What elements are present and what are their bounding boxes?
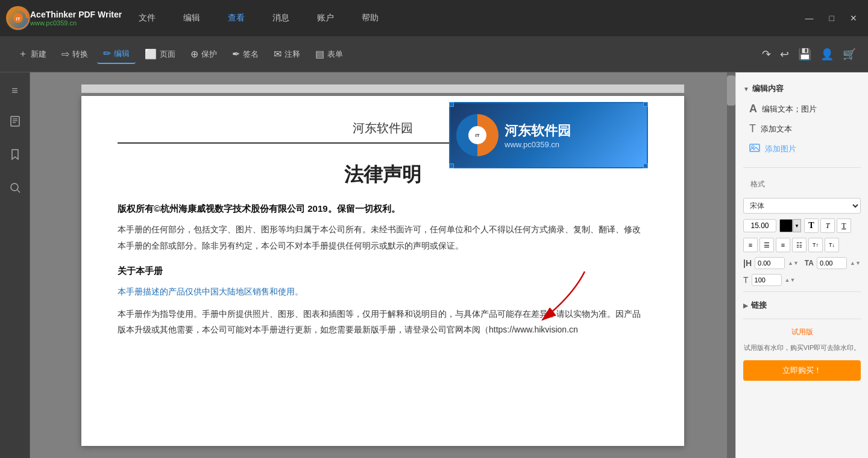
menu-help[interactable]: 帮助 bbox=[357, 10, 383, 26]
color-dropdown[interactable]: ▼ bbox=[793, 219, 801, 232]
trial-notice: 试用版 bbox=[736, 322, 868, 342]
main-content: ≡ bbox=[0, 72, 868, 458]
add-image-label: 添加图片 bbox=[765, 144, 796, 154]
font-size-row: ▼ T T T bbox=[736, 216, 868, 235]
app-logo: IT AceThinker PDF Writer www.pc0359.cn bbox=[6, 6, 122, 30]
font-family-row: 宋体 黑体 微软雅黑 bbox=[736, 196, 868, 216]
menu-file[interactable]: 文件 bbox=[134, 10, 160, 26]
font-family-select[interactable]: 宋体 黑体 微软雅黑 bbox=[743, 198, 861, 214]
add-text-btn[interactable]: T 添加文本 bbox=[743, 119, 861, 139]
pdf-header: 河东软件园 IT 河东软件园 www.pc0359.cn bbox=[118, 120, 648, 144]
edit-button[interactable]: ✏ 编辑 bbox=[97, 44, 136, 64]
edit-text-image-btn[interactable]: A 编辑文本；图片 bbox=[743, 99, 861, 119]
link-collapse-arrow[interactable]: ▶ bbox=[743, 302, 748, 309]
svg-point-11 bbox=[752, 145, 754, 148]
close-button[interactable]: ✕ bbox=[845, 12, 862, 24]
undo-button[interactable]: ↩ bbox=[780, 48, 789, 61]
align-right-btn[interactable]: ≡ bbox=[776, 238, 790, 252]
toolbar-right: ↷ ↩ 💾 👤 🛒 bbox=[762, 48, 856, 61]
svg-line-8 bbox=[17, 190, 20, 192]
account-button[interactable]: 👤 bbox=[820, 48, 834, 61]
pdf-section1-title: 版权所有©杭州海康威视数字技术股份有限公司 2019。保留一切权利。 bbox=[118, 200, 648, 217]
pdf-section2-text1: 本手册描述的产品仅供中国大陆地区销售和使用。 bbox=[118, 284, 648, 300]
edit-icon: ✏ bbox=[103, 48, 111, 59]
menu-edit[interactable]: 编辑 bbox=[178, 10, 205, 26]
minimize-button[interactable]: — bbox=[800, 12, 819, 24]
add-image-icon bbox=[749, 142, 760, 156]
h-spacing-input[interactable] bbox=[755, 257, 785, 269]
app-name: AceThinker PDF Writer bbox=[30, 10, 122, 19]
new-button[interactable]: ＋ 新建 bbox=[12, 44, 52, 64]
ta-spacing-input[interactable] bbox=[817, 257, 847, 269]
svg-point-7 bbox=[11, 183, 18, 191]
sidebar-search-icon[interactable] bbox=[6, 179, 24, 200]
h-spacing-arrows: ▲▼ bbox=[788, 260, 799, 266]
annotate-icon: ✉ bbox=[274, 48, 281, 60]
link-section: ▶ 链接 bbox=[736, 295, 868, 316]
italic-style-btn[interactable]: T bbox=[820, 218, 835, 233]
annotate-button[interactable]: ✉ 注释 bbox=[268, 45, 306, 63]
align-justify-btn[interactable]: ☷ bbox=[792, 238, 807, 252]
trial-description: 试用版有水印，购买VIP即可去除水印。 bbox=[736, 342, 868, 357]
menu-view[interactable]: 查看 bbox=[223, 10, 250, 26]
color-picker-group: ▼ bbox=[779, 219, 801, 232]
add-image-btn[interactable]: 添加图片 bbox=[743, 139, 861, 159]
sidebar-thumbnail-icon[interactable]: ≡ bbox=[8, 81, 21, 100]
color-box[interactable] bbox=[779, 219, 793, 232]
subscript-btn[interactable]: T↓ bbox=[825, 238, 839, 252]
right-panel: ▼ 编辑内容 A 编辑文本；图片 T 添加文本 添加图片 bbox=[735, 72, 868, 458]
buy-button[interactable]: 立即购买！ bbox=[743, 360, 861, 381]
svg-rect-3 bbox=[11, 116, 19, 126]
edit-text-image-label: 编辑文本；图片 bbox=[762, 104, 817, 115]
page-button[interactable]: ⬜ 页面 bbox=[139, 45, 181, 63]
add-text-label: 添加文本 bbox=[761, 124, 792, 135]
bold-style-btn[interactable]: T bbox=[804, 218, 819, 233]
sign-icon: ✒ bbox=[232, 48, 240, 60]
text-image-icon: A bbox=[749, 103, 757, 115]
pdf-section2-title: 关于本手册 bbox=[118, 262, 648, 279]
title-bar: IT AceThinker PDF Writer www.pc0359.cn 文… bbox=[0, 0, 868, 36]
save-button[interactable]: 💾 bbox=[798, 48, 811, 61]
logo-icon: IT bbox=[6, 6, 30, 30]
collapse-arrow[interactable]: ▼ bbox=[743, 86, 749, 92]
align-left-btn[interactable]: ≡ bbox=[743, 238, 758, 252]
protect-button[interactable]: ⊕ 保护 bbox=[184, 45, 223, 63]
menu-account[interactable]: 账户 bbox=[312, 10, 339, 26]
new-icon: ＋ bbox=[18, 48, 28, 60]
convert-button[interactable]: ⇨ 转换 bbox=[55, 45, 94, 63]
format-section: 格式 bbox=[736, 171, 868, 196]
protect-icon: ⊕ bbox=[190, 48, 198, 60]
font-size-input[interactable] bbox=[743, 219, 776, 232]
menu-bar: 文件 编辑 查看 消息 账户 帮助 bbox=[134, 10, 800, 26]
cart-button[interactable]: 🛒 bbox=[843, 48, 856, 61]
page-icon: ⬜ bbox=[145, 48, 157, 60]
align-row: ≡ ☰ ≡ ☷ T↑ T↓ bbox=[736, 235, 868, 255]
underline-style-btn[interactable]: T bbox=[837, 218, 851, 233]
pdf-page: 河东软件园 IT 河东软件园 www.pc0359.cn bbox=[81, 96, 684, 446]
pdf-area[interactable]: 河东软件园 IT 河东软件园 www.pc0359.cn bbox=[30, 72, 735, 458]
ta-spacing-arrows: ▲▼ bbox=[850, 260, 861, 266]
text-style-buttons: T T T bbox=[804, 218, 851, 233]
h-spacing-label: |H bbox=[743, 258, 752, 268]
format-label: 格式 bbox=[743, 176, 861, 191]
pdf-section2-text2: 本手册作为指导使用。手册中所提供照片、图形、图表和插图等，仅用于解释和说明目的，… bbox=[118, 306, 648, 338]
edit-section-title: 编辑内容 bbox=[752, 83, 784, 94]
redo-button[interactable]: ↷ bbox=[762, 48, 771, 61]
form-button[interactable]: ▤ 表单 bbox=[309, 45, 349, 63]
toolbar: ＋ 新建 ⇨ 转换 ✏ 编辑 ⬜ 页面 ⊕ 保护 ✒ 签名 ✉ 注释 ▤ 表单 … bbox=[0, 36, 868, 72]
maximize-button[interactable]: □ bbox=[825, 12, 839, 24]
left-sidebar: ≡ bbox=[0, 72, 30, 458]
menu-message[interactable]: 消息 bbox=[268, 10, 294, 26]
pdf-logo-box[interactable]: IT 河东软件园 www.pc0359.cn bbox=[449, 102, 648, 168]
logo-text-area: 河东软件园 www.pc0359.cn bbox=[505, 122, 571, 149]
align-center-btn[interactable]: ☰ bbox=[760, 238, 774, 252]
sidebar-page-icon[interactable] bbox=[6, 112, 24, 133]
sign-button[interactable]: ✒ 签名 bbox=[226, 45, 265, 63]
logo-text: AceThinker PDF Writer www.pc0359.cn bbox=[30, 10, 122, 27]
superscript-btn[interactable]: T↑ bbox=[808, 238, 823, 252]
scale-input[interactable] bbox=[752, 274, 782, 286]
divider-1 bbox=[743, 167, 861, 168]
logo-circle-image: IT bbox=[456, 114, 498, 156]
sidebar-bookmark-icon[interactable] bbox=[6, 145, 24, 167]
scale-label: T bbox=[743, 275, 749, 285]
